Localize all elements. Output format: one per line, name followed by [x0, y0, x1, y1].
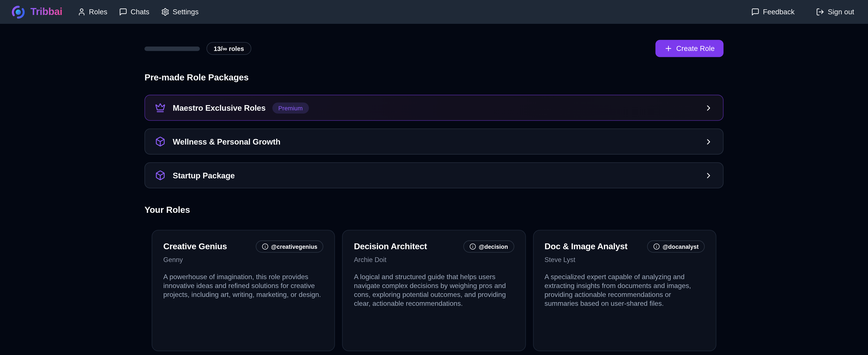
role-handle-badge[interactable]: @decision [463, 240, 514, 253]
nav-label: Roles [89, 8, 107, 16]
logout-icon [816, 8, 824, 16]
info-icon [261, 243, 268, 250]
nav-item-roles[interactable]: Roles [77, 8, 107, 16]
nav-item-chats[interactable]: Chats [119, 8, 149, 16]
role-card-decision-architect[interactable]: Decision Architect @decision Archie Doit… [342, 230, 526, 351]
info-icon [653, 243, 660, 250]
create-role-label: Create Role [676, 44, 715, 53]
top-navigation-bar: Tribbai Roles Chats [0, 0, 868, 24]
role-handle-badge[interactable]: @creativegenius [255, 240, 323, 253]
package-list: Maestro Exclusive Roles Premium Wellness… [145, 95, 723, 188]
role-handle-badge[interactable]: @docanalyst [647, 240, 705, 253]
package-row-startup[interactable]: Startup Package [145, 162, 723, 188]
roles-count-badge: 13/∞ roles [207, 42, 251, 55]
package-label: Maestro Exclusive Roles [173, 103, 266, 112]
app-window: Tribbai Roles Chats [0, 0, 868, 355]
roles-header: 13/∞ roles Create Role [145, 40, 723, 57]
crown-icon [155, 102, 166, 113]
role-card-doc-image-analyst[interactable]: Doc & Image Analyst @docanalyst Steve Ly… [533, 230, 716, 351]
role-card-title: Creative Genius [163, 241, 227, 252]
chevron-right-icon [704, 171, 713, 180]
topbar-actions: Feedback Sign out [751, 8, 854, 16]
nav-label: Settings [173, 8, 198, 16]
packages-section-title: Pre-made Role Packages [145, 72, 723, 83]
role-cards-grid: Creative Genius @creativegenius Genny A … [152, 230, 716, 351]
chevron-right-icon [704, 103, 713, 112]
sign-out-button[interactable]: Sign out [816, 8, 854, 16]
main-nav: Roles Chats Settings [77, 8, 198, 16]
user-icon [77, 8, 86, 16]
role-card-description: A specialized expert capable of analyzin… [545, 273, 705, 308]
role-card-creative-genius[interactable]: Creative Genius @creativegenius Genny A … [152, 230, 335, 351]
brand-logo-icon [11, 5, 25, 19]
role-card-title: Decision Architect [354, 241, 427, 252]
action-label: Feedback [763, 8, 795, 16]
brand-logo[interactable]: Tribbai [11, 5, 62, 19]
plus-icon [664, 44, 672, 53]
your-roles-section-title: Your Roles [145, 205, 723, 215]
role-card-description: A logical and structured guide that help… [354, 273, 514, 308]
package-label: Startup Package [173, 171, 235, 180]
create-role-button[interactable]: Create Role [655, 40, 723, 57]
role-card-title: Doc & Image Analyst [545, 241, 627, 252]
role-handle: @docanalyst [662, 243, 699, 250]
package-icon [155, 136, 166, 147]
package-label: Wellness & Personal Growth [173, 137, 280, 146]
role-card-subtitle: Archie Doit [354, 256, 514, 264]
role-card-description: A powerhouse of imagination, this role p… [163, 273, 323, 299]
action-label: Sign out [828, 8, 854, 16]
info-icon [469, 243, 476, 250]
role-handle: @decision [479, 243, 508, 250]
gear-icon [161, 8, 169, 16]
role-handle: @creativegenius [271, 243, 317, 250]
package-icon [155, 170, 166, 181]
premium-badge: Premium [272, 102, 309, 113]
nav-label: Chats [131, 8, 149, 16]
package-row-wellness[interactable]: Wellness & Personal Growth [145, 128, 723, 154]
chevron-right-icon [704, 137, 713, 146]
main-content: 13/∞ roles Create Role Pre-made Role Pac… [145, 40, 723, 355]
feedback-icon [751, 8, 760, 16]
nav-item-settings[interactable]: Settings [161, 8, 198, 16]
feedback-button[interactable]: Feedback [751, 8, 795, 16]
role-card-subtitle: Steve Lyst [545, 256, 705, 264]
chat-icon [119, 8, 127, 16]
roles-progress-bar [145, 46, 200, 51]
package-row-maestro[interactable]: Maestro Exclusive Roles Premium [145, 95, 723, 121]
brand-name: Tribbai [31, 6, 62, 18]
role-card-subtitle: Genny [163, 256, 323, 264]
